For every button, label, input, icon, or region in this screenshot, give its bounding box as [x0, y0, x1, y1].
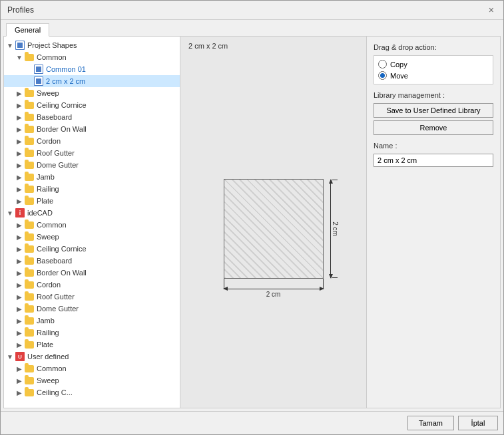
toggle-ceiling-3[interactable]: ▶ — [15, 389, 24, 396]
toggle-project-shapes[interactable]: ▼ — [5, 42, 15, 49]
name-input[interactable] — [374, 154, 493, 167]
dim-right-label: 2 cm — [332, 221, 339, 236]
save-to-library-button[interactable]: Save to User Defined Library — [374, 103, 493, 118]
toggle-user-defined[interactable]: ▼ — [5, 353, 15, 361]
tree-item-jamb-2[interactable]: ▶ Jamb — [4, 315, 180, 327]
folder-icon-border-1 — [24, 124, 35, 134]
tree-item-sweep-3[interactable]: ▶ Sweep — [4, 374, 180, 386]
toggle-plate-2[interactable]: ▶ — [15, 341, 24, 349]
ceiling-2-label: Ceiling Cornice — [37, 245, 87, 253]
tree-item-common-2[interactable]: ▶ Common — [4, 219, 180, 231]
toggle-baseboard-2[interactable]: ▶ — [15, 257, 24, 265]
toggle-idecad[interactable]: ▼ — [5, 210, 15, 217]
toggle-dome-gutter-1[interactable]: ▶ — [15, 162, 24, 169]
tree-item-baseboard-1[interactable]: ▶ Baseboard — [4, 111, 180, 123]
idecad-icon — [15, 208, 25, 218]
cancel-button[interactable]: İptal — [458, 416, 498, 430]
drag-drop-section: Drag & drop action: Copy Move — [374, 43, 493, 84]
copy-radio-btn[interactable] — [378, 60, 387, 69]
tree-panel[interactable]: ▼ Project Shapes ▼ Common Common 01 — [4, 37, 180, 408]
toggle-jamb-1[interactable]: ▶ — [15, 174, 24, 181]
sweep-2-label: Sweep — [37, 233, 59, 241]
2cmx2cm-label: 2 cm x 2 cm — [46, 77, 85, 85]
folder-icon-plate-1 — [24, 196, 35, 206]
tree-item-dome-gutter-2[interactable]: ▶ Dome Gutter — [4, 303, 180, 315]
folder-icon-jamb-1 — [24, 172, 35, 182]
drag-drop-label: Drag & drop action: — [374, 43, 493, 51]
tree-item-dome-gutter-1[interactable]: ▶ Dome Gutter — [4, 159, 180, 171]
toggle-sweep-1[interactable]: ▶ — [15, 90, 24, 97]
tree-item-jamb-1[interactable]: ▶ Jamb — [4, 171, 180, 183]
tree-item-ceiling-2[interactable]: ▶ Ceiling Cornice — [4, 243, 180, 255]
toggle-common-3[interactable]: ▶ — [15, 365, 24, 372]
toggle-common-1[interactable]: ▼ — [15, 54, 24, 61]
toggle-border-1[interactable]: ▶ — [15, 126, 24, 133]
tree-item-ceiling-3[interactable]: ▶ Ceiling C... — [4, 386, 180, 398]
tree-item-railing-1[interactable]: ▶ Railing — [4, 183, 180, 195]
toggle-railing-2[interactable]: ▶ — [15, 329, 24, 337]
toggle-common-01 — [24, 66, 33, 73]
library-label: Library management : — [374, 91, 493, 99]
tree-item-roof-gutter-1[interactable]: ▶ Roof Gutter — [4, 147, 180, 159]
move-radio-item[interactable]: Move — [378, 71, 489, 80]
toggle-common-2[interactable]: ▶ — [15, 221, 24, 229]
remove-button[interactable]: Remove — [374, 120, 493, 135]
toggle-roof-gutter-1[interactable]: ▶ — [15, 150, 24, 157]
copy-radio-label: Copy — [390, 61, 407, 69]
tree-item-user-defined[interactable]: ▼ User defined — [4, 351, 180, 362]
toggle-cordon-2[interactable]: ▶ — [15, 281, 24, 289]
tree-item-2cmx2cm[interactable]: 2 cm x 2 cm — [4, 75, 180, 87]
tree-item-sweep-2[interactable]: ▶ Sweep — [4, 231, 180, 243]
ok-button[interactable]: Tamam — [407, 416, 454, 430]
toggle-roof-gutter-2[interactable]: ▶ — [15, 293, 24, 301]
folder-icon-common-3 — [24, 363, 35, 374]
tree-item-plate-2[interactable]: ▶ Plate — [4, 339, 180, 351]
toggle-sweep-2[interactable]: ▶ — [15, 233, 24, 241]
roof-gutter-1-label: Roof Gutter — [37, 149, 75, 157]
preview-title: 2 cm x 2 cm — [188, 42, 228, 50]
common-2-label: Common — [37, 221, 67, 229]
folder-icon-roof-gutter-1 — [24, 148, 35, 158]
tree-item-roof-gutter-2[interactable]: ▶ Roof Gutter — [4, 291, 180, 303]
tree-item-common-1[interactable]: ▼ Common — [4, 51, 180, 63]
tree-item-baseboard-2[interactable]: ▶ Baseboard — [4, 255, 180, 267]
shape-container: 2 cm 2 cm — [224, 179, 324, 299]
tree-item-ceiling-cornice-1[interactable]: ▶ Ceiling Cornice — [4, 99, 180, 111]
toggle-railing-1[interactable]: ▶ — [15, 186, 24, 193]
tree-item-common-01[interactable]: Common 01 — [4, 63, 180, 75]
toggle-cordon-1[interactable]: ▶ — [15, 138, 24, 145]
tree-item-idecad[interactable]: ▼ ideCAD — [4, 207, 180, 219]
folder-icon-border-2 — [24, 267, 35, 278]
toggle-border-2[interactable]: ▶ — [15, 269, 24, 277]
tree-item-project-shapes[interactable]: ▼ Project Shapes — [4, 39, 180, 51]
tab-general[interactable]: General — [6, 23, 49, 37]
jamb-2-label: Jamb — [37, 317, 55, 325]
common-1-label: Common — [37, 53, 67, 61]
copy-radio-item[interactable]: Copy — [378, 60, 489, 69]
tree-item-cordon-2[interactable]: ▶ Cordon — [4, 279, 180, 291]
common-01-label: Common 01 — [46, 65, 86, 73]
tree-item-common-3[interactable]: ▶ Common — [4, 362, 180, 374]
toggle-jamb-2[interactable]: ▶ — [15, 317, 24, 325]
toggle-plate-1[interactable]: ▶ — [15, 198, 24, 205]
folder-icon-railing-2 — [24, 327, 35, 338]
move-radio-btn[interactable] — [378, 71, 387, 80]
tree-item-sweep-1[interactable]: ▶ Sweep — [4, 87, 180, 99]
tree-item-plate-1[interactable]: ▶ Plate — [4, 195, 180, 207]
ceiling-cornice-1-label: Ceiling Cornice — [37, 101, 87, 109]
folder-icon-ceiling-2 — [24, 243, 35, 254]
close-button[interactable]: × — [486, 5, 497, 15]
project-shapes-icon — [15, 40, 25, 51]
tree-item-border-2[interactable]: ▶ Border On Wall — [4, 267, 180, 279]
toggle-baseboard-1[interactable]: ▶ — [15, 114, 24, 121]
toggle-ceiling-cornice-1[interactable]: ▶ — [15, 102, 24, 109]
tree-item-border-on-wall-1[interactable]: ▶ Border On Wall — [4, 123, 180, 135]
tree-item-cordon-1[interactable]: ▶ Cordon — [4, 135, 180, 147]
toggle-sweep-3[interactable]: ▶ — [15, 377, 24, 384]
dim-tick-left — [224, 279, 224, 289]
preview-canvas: 2 cm 2 cm — [180, 57, 366, 408]
toggle-dome-gutter-2[interactable]: ▶ — [15, 305, 24, 313]
toggle-ceiling-2[interactable]: ▶ — [15, 245, 24, 253]
main-window: Profiles × General ▼ Project Shapes ▼ Co… — [0, 0, 504, 435]
tree-item-railing-2[interactable]: ▶ Railing — [4, 327, 180, 339]
